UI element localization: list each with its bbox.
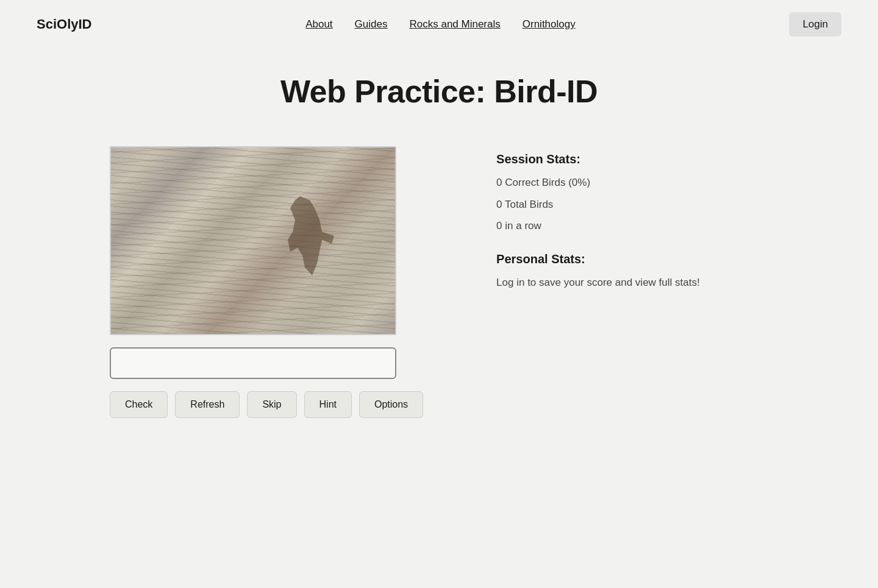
skip-button[interactable]: Skip — [247, 391, 296, 418]
correct-birds-stat: 0 Correct Birds (0%) — [496, 175, 700, 191]
nav-logo[interactable]: SciOlyID — [37, 16, 91, 32]
left-section: Check Refresh Skip Hint Options — [110, 146, 423, 418]
login-button[interactable]: Login — [789, 12, 841, 37]
session-stats-title: Session Stats: — [496, 152, 700, 166]
page-title: Web Practice: Bird-ID — [280, 73, 598, 110]
session-stats-group: Session Stats: 0 Correct Birds (0%) 0 To… — [496, 152, 700, 234]
personal-stats-message: Log in to save your score and view full … — [496, 275, 700, 291]
nav-link-guides[interactable]: Guides — [355, 18, 388, 30]
options-button[interactable]: Options — [359, 391, 423, 418]
nav-link-ornithology[interactable]: Ornithology — [523, 18, 576, 30]
answer-input[interactable] — [110, 347, 396, 379]
personal-stats-title: Personal Stats: — [496, 252, 700, 266]
bird-image-container — [110, 146, 396, 335]
personal-stats-group: Personal Stats: Log in to save your scor… — [496, 252, 700, 291]
refresh-button[interactable]: Refresh — [175, 391, 240, 418]
practice-area: Check Refresh Skip Hint Options Session … — [73, 146, 805, 418]
nav-links: About Guides Rocks and Minerals Ornithol… — [305, 18, 576, 30]
nav-link-rocks-minerals[interactable]: Rocks and Minerals — [409, 18, 500, 30]
total-birds-stat: 0 Total Birds — [496, 197, 700, 213]
hint-button[interactable]: Hint — [304, 391, 352, 418]
main-content: Web Practice: Bird-ID Check Refresh Skip… — [0, 49, 878, 418]
check-button[interactable]: Check — [110, 391, 168, 418]
right-section: Session Stats: 0 Correct Birds (0%) 0 To… — [496, 146, 700, 290]
buttons-row: Check Refresh Skip Hint Options — [110, 391, 423, 418]
nav-link-about[interactable]: About — [305, 18, 332, 30]
navbar: SciOlyID About Guides Rocks and Minerals… — [0, 0, 878, 49]
bird-image — [111, 147, 395, 334]
in-a-row-stat: 0 in a row — [496, 218, 700, 234]
